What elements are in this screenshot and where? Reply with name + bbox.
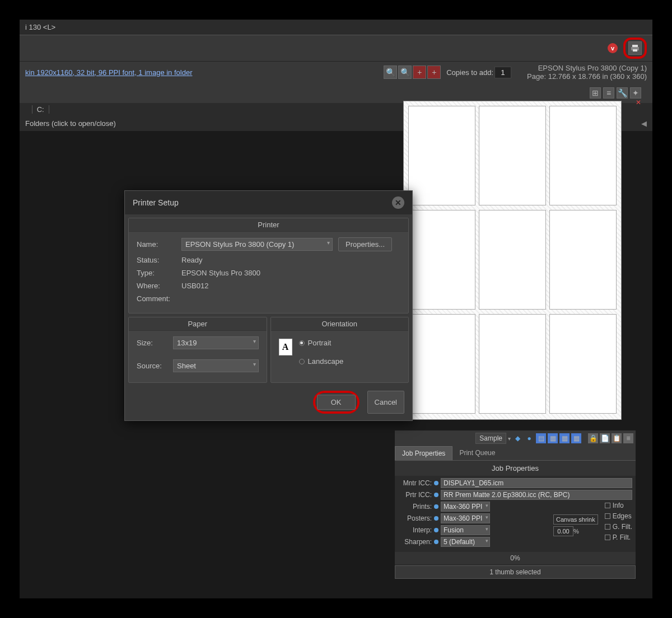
close-icon[interactable]: ✕	[392, 196, 404, 209]
copies-label: Copies to add:	[446, 68, 493, 77]
ok-button[interactable]: OK	[317, 395, 356, 410]
zoom-out-icon[interactable]: 🔍	[398, 65, 412, 79]
dot-icon	[434, 481, 438, 485]
mntr-icc-field[interactable]: DISPLAY1_D65.icm	[441, 478, 632, 488]
page-size-label: Page: 12.766 x 18.766 in (360 x 360)	[527, 72, 647, 81]
status-label: Status:	[137, 256, 176, 264]
edges-checkbox[interactable]	[605, 513, 610, 519]
warning-icon[interactable]: v	[608, 43, 618, 53]
dot-icon	[434, 516, 438, 521]
wrench-icon[interactable]: ✦	[630, 87, 641, 99]
header-bar: v	[20, 35, 652, 62]
dot-icon	[434, 540, 438, 544]
info-checkbox[interactable]	[605, 503, 610, 508]
preview-cell[interactable]	[549, 210, 617, 310]
where-label: Where:	[137, 282, 176, 290]
sharpen-field[interactable]: 5 (Default)	[441, 537, 490, 547]
printer-name-label: EPSON Stylus Pro 3800 (Copy 1)	[527, 64, 647, 72]
status-value: Ready	[181, 256, 203, 264]
printer-name-select[interactable]: EPSON Stylus Pro 3800 (Copy 1)	[181, 238, 333, 251]
portrait-radio[interactable]: Portrait	[299, 339, 344, 347]
properties-button[interactable]: Properties...	[338, 237, 392, 251]
preview-cell[interactable]	[549, 106, 617, 205]
mini-toolbar: Sample ▾ ◆ ● ▤ ▦ ▦ ▦ 🔒 📄 📋 ≡	[395, 430, 636, 446]
sharpen-label: Sharpen:	[398, 538, 432, 546]
dot-icon	[434, 528, 438, 532]
tab-job-properties[interactable]: Job Properties	[395, 446, 452, 460]
posters-field[interactable]: Max-360 PPI	[441, 513, 490, 523]
sample-dropdown[interactable]: Sample	[475, 433, 506, 444]
app-window: i 130 <L> v kin 1920x1160, 32 bit, 96 PP…	[20, 20, 652, 598]
preview-cell[interactable]	[408, 210, 475, 310]
dialog-title: Printer Setup	[133, 198, 179, 207]
pfilt-checkbox[interactable]	[605, 535, 610, 540]
preview-close-icon[interactable]: ✕	[636, 99, 641, 106]
path-c-drive[interactable]: C:	[37, 105, 49, 114]
canvas-shrink-label: Canvas shrink	[553, 514, 598, 525]
copy-icon[interactable]: 📋	[612, 433, 622, 443]
preview-cell[interactable]	[408, 106, 475, 205]
svg-rect-0	[632, 45, 638, 47]
paper-size-select[interactable]: 13x19	[173, 336, 259, 349]
paper-section-heading: Paper	[129, 317, 267, 331]
posters-label: Posters:	[398, 514, 432, 522]
interp-label: Interp:	[398, 526, 432, 534]
add-icon[interactable]: +	[413, 65, 426, 79]
preview-cell[interactable]	[479, 210, 546, 310]
tool-icon-1[interactable]: ⊞	[590, 87, 601, 99]
prints-label: Prints:	[398, 503, 432, 511]
prtr-icc-label: Prtr ICC:	[398, 491, 432, 499]
path-segment[interactable]	[25, 105, 32, 114]
view-1-icon[interactable]: ▤	[536, 433, 546, 443]
preview-cell[interactable]	[549, 314, 617, 414]
lock-icon[interactable]: 🔒	[588, 433, 598, 443]
highlight-printer-icon	[623, 38, 647, 59]
where-value: USB012	[181, 282, 208, 290]
collapse-icon[interactable]: ◀	[641, 119, 647, 128]
image-info-link[interactable]: kin 1920x1160, 32 bit, 96 PPI font, 1 im…	[25, 68, 192, 77]
name-label: Name:	[137, 240, 176, 249]
job-properties-heading: Job Properties	[395, 461, 636, 476]
dot-icon	[434, 504, 438, 509]
info-row: kin 1920x1160, 32 bit, 96 PPI font, 1 im…	[20, 62, 652, 83]
binoculars-icon[interactable]: 🔧	[617, 87, 628, 99]
tabs: Job Properties Print Queue	[395, 446, 636, 461]
preview-cell[interactable]	[479, 314, 546, 414]
orientation-icon: A	[279, 339, 292, 355]
preview-cell[interactable]	[479, 106, 546, 205]
type-label: Type:	[137, 269, 176, 277]
folders-label: Folders (click to open/close)	[25, 119, 116, 128]
cancel-button[interactable]: Cancel	[367, 391, 404, 414]
preview-cell[interactable]	[408, 314, 475, 414]
view-3-icon[interactable]: ▦	[559, 433, 570, 443]
add-all-icon[interactable]: +	[427, 65, 441, 79]
copies-input[interactable]	[494, 67, 511, 78]
view-2-icon[interactable]: ▦	[548, 433, 558, 443]
menu-icon[interactable]: ≡	[623, 433, 633, 443]
status-text: 1 thumb selected	[395, 565, 636, 579]
printer-icon[interactable]	[628, 41, 642, 55]
source-label: Source:	[137, 362, 167, 370]
doc-icon[interactable]: 📄	[600, 433, 610, 443]
window-title: i 130 <L>	[20, 20, 652, 35]
properties-panel: Sample ▾ ◆ ● ▤ ▦ ▦ ▦ 🔒 📄 📋 ≡ Job Propert…	[395, 430, 636, 579]
landscape-radio[interactable]: Landscape	[299, 357, 344, 366]
printer-setup-dialog: Printer Setup ✕ Printer Name: EPSON Styl…	[124, 190, 413, 421]
circle-icon[interactable]: ●	[524, 433, 534, 443]
highlight-ok: OK	[313, 391, 360, 414]
gfilt-checkbox[interactable]	[605, 524, 610, 530]
zoom-in-icon[interactable]: 🔍	[384, 65, 397, 79]
tool-icon-2[interactable]: ≡	[603, 87, 614, 99]
canvas-shrink-value[interactable]: 0.00	[553, 526, 573, 536]
tab-print-queue[interactable]: Print Queue	[452, 446, 502, 460]
dot-icon	[434, 493, 438, 497]
diamond-icon[interactable]: ◆	[512, 433, 522, 443]
comment-label: Comment:	[137, 294, 176, 303]
interp-field[interactable]: Fusion	[441, 525, 490, 535]
view-4-icon[interactable]: ▦	[571, 433, 581, 443]
preview-page	[403, 101, 622, 420]
prtr-icc-field[interactable]: RR Prem Matte 2.0 Ep3800.icc (RC, BPC)	[441, 490, 632, 500]
print-preview: ✕	[403, 101, 636, 437]
prints-field[interactable]: Max-360 PPI	[441, 502, 490, 512]
paper-source-select[interactable]: Sheet	[173, 359, 259, 372]
